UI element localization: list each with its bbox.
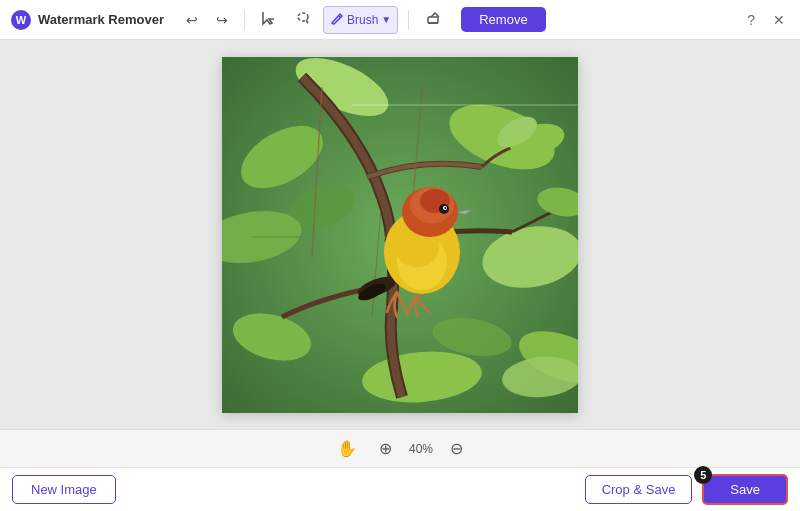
titlebar-right: ? ✕: [742, 10, 790, 30]
lasso-icon: [295, 10, 311, 30]
hand-tool-button[interactable]: ✋: [332, 437, 362, 460]
brush-icon: [330, 11, 344, 29]
crop-save-button[interactable]: Crop & Save: [585, 475, 693, 504]
save-button[interactable]: Save: [702, 474, 788, 505]
brush-label: Brush: [347, 13, 378, 27]
image-container: [222, 57, 578, 413]
erase-icon: [425, 10, 441, 30]
zoom-toolbar: ✋ ⊕ 40% ⊖: [0, 429, 800, 467]
hand-icon: ✋: [337, 440, 357, 457]
zoom-level: 40%: [409, 442, 433, 456]
lasso-tool-button[interactable]: [289, 6, 317, 34]
separator-2: [408, 10, 409, 30]
redo-icon: ↪: [216, 12, 228, 28]
zoom-in-icon: ⊕: [379, 440, 392, 457]
brush-dropdown-icon: ▼: [381, 14, 391, 25]
select-icon: [261, 10, 277, 30]
svg-rect-5: [428, 17, 438, 23]
toolbar: ↩ ↪: [180, 6, 742, 34]
app-title: Watermark Remover: [38, 12, 164, 27]
titlebar: W Watermark Remover ↩ ↪: [0, 0, 800, 40]
erase-tool-button[interactable]: [419, 6, 447, 34]
zoom-out-button[interactable]: ⊖: [445, 437, 468, 460]
undo-button[interactable]: ↩: [180, 8, 204, 32]
bottom-right-actions: Crop & Save 5 Save: [585, 474, 788, 505]
zoom-out-icon: ⊖: [450, 440, 463, 457]
undo-icon: ↩: [186, 12, 198, 28]
svg-text:W: W: [16, 14, 27, 26]
app-logo: W: [10, 9, 32, 31]
new-image-button[interactable]: New Image: [12, 475, 116, 504]
svg-line-4: [338, 15, 340, 17]
separator-1: [244, 10, 245, 30]
svg-point-31: [445, 207, 447, 209]
close-button[interactable]: ✕: [768, 10, 790, 30]
zoom-in-button[interactable]: ⊕: [374, 437, 397, 460]
svg-line-3: [306, 20, 308, 23]
help-button[interactable]: ?: [742, 10, 760, 30]
bottom-toolbar: New Image Crop & Save 5 Save: [0, 467, 800, 511]
remove-button[interactable]: Remove: [461, 7, 545, 32]
bird-image[interactable]: [222, 57, 578, 413]
redo-button[interactable]: ↪: [210, 8, 234, 32]
select-tool-button[interactable]: [255, 6, 283, 34]
save-button-wrapper: 5 Save: [702, 474, 788, 505]
brush-tool-button[interactable]: Brush ▼: [323, 6, 398, 34]
main-canvas-area: [0, 40, 800, 429]
